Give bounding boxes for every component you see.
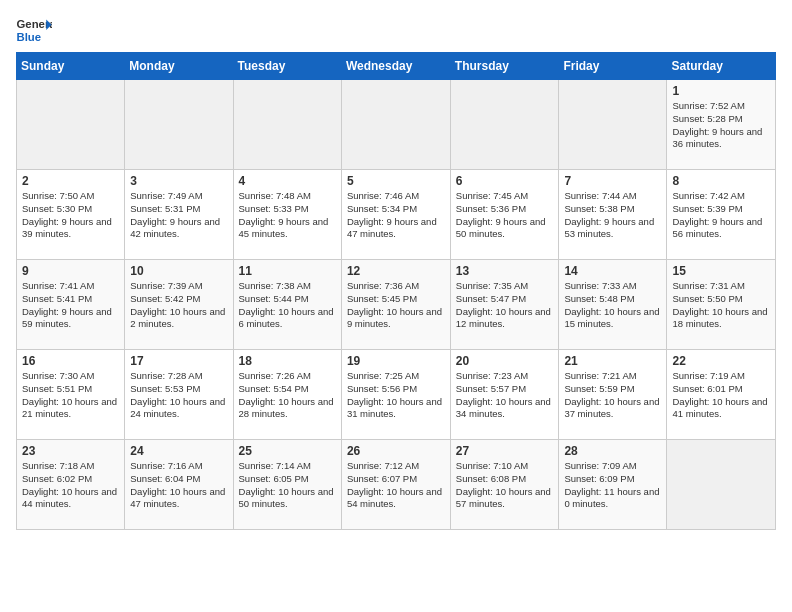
day-info: Sunrise: 7:33 AM Sunset: 5:48 PM Dayligh… — [564, 280, 661, 331]
day-number: 24 — [130, 444, 227, 458]
day-number: 13 — [456, 264, 554, 278]
day-number: 7 — [564, 174, 661, 188]
calendar-week-row: 1Sunrise: 7:52 AM Sunset: 5:28 PM Daylig… — [17, 80, 776, 170]
calendar-cell: 11Sunrise: 7:38 AM Sunset: 5:44 PM Dayli… — [233, 260, 341, 350]
weekday-header-row: SundayMondayTuesdayWednesdayThursdayFrid… — [17, 53, 776, 80]
weekday-header: Sunday — [17, 53, 125, 80]
calendar-cell: 9Sunrise: 7:41 AM Sunset: 5:41 PM Daylig… — [17, 260, 125, 350]
svg-text:Blue: Blue — [17, 31, 42, 43]
calendar-cell — [559, 80, 667, 170]
day-info: Sunrise: 7:42 AM Sunset: 5:39 PM Dayligh… — [672, 190, 770, 241]
calendar-cell — [17, 80, 125, 170]
day-number: 15 — [672, 264, 770, 278]
calendar-cell: 19Sunrise: 7:25 AM Sunset: 5:56 PM Dayli… — [341, 350, 450, 440]
weekday-header: Thursday — [450, 53, 559, 80]
day-info: Sunrise: 7:12 AM Sunset: 6:07 PM Dayligh… — [347, 460, 445, 511]
day-info: Sunrise: 7:38 AM Sunset: 5:44 PM Dayligh… — [239, 280, 336, 331]
day-number: 2 — [22, 174, 119, 188]
day-info: Sunrise: 7:09 AM Sunset: 6:09 PM Dayligh… — [564, 460, 661, 511]
day-info: Sunrise: 7:45 AM Sunset: 5:36 PM Dayligh… — [456, 190, 554, 241]
day-number: 25 — [239, 444, 336, 458]
calendar-week-row: 23Sunrise: 7:18 AM Sunset: 6:02 PM Dayli… — [17, 440, 776, 530]
calendar-week-row: 16Sunrise: 7:30 AM Sunset: 5:51 PM Dayli… — [17, 350, 776, 440]
calendar-cell — [667, 440, 776, 530]
day-number: 22 — [672, 354, 770, 368]
day-number: 26 — [347, 444, 445, 458]
calendar-cell: 26Sunrise: 7:12 AM Sunset: 6:07 PM Dayli… — [341, 440, 450, 530]
calendar-cell: 17Sunrise: 7:28 AM Sunset: 5:53 PM Dayli… — [125, 350, 233, 440]
day-number: 6 — [456, 174, 554, 188]
calendar-week-row: 9Sunrise: 7:41 AM Sunset: 5:41 PM Daylig… — [17, 260, 776, 350]
day-info: Sunrise: 7:18 AM Sunset: 6:02 PM Dayligh… — [22, 460, 119, 511]
day-number: 21 — [564, 354, 661, 368]
day-number: 5 — [347, 174, 445, 188]
day-number: 18 — [239, 354, 336, 368]
calendar-cell: 2Sunrise: 7:50 AM Sunset: 5:30 PM Daylig… — [17, 170, 125, 260]
calendar-cell: 25Sunrise: 7:14 AM Sunset: 6:05 PM Dayli… — [233, 440, 341, 530]
day-info: Sunrise: 7:49 AM Sunset: 5:31 PM Dayligh… — [130, 190, 227, 241]
calendar-cell: 22Sunrise: 7:19 AM Sunset: 6:01 PM Dayli… — [667, 350, 776, 440]
calendar-cell: 20Sunrise: 7:23 AM Sunset: 5:57 PM Dayli… — [450, 350, 559, 440]
page-header: General Blue — [16, 16, 776, 44]
calendar-cell: 28Sunrise: 7:09 AM Sunset: 6:09 PM Dayli… — [559, 440, 667, 530]
calendar-cell: 24Sunrise: 7:16 AM Sunset: 6:04 PM Dayli… — [125, 440, 233, 530]
calendar-cell — [341, 80, 450, 170]
day-number: 28 — [564, 444, 661, 458]
calendar-cell: 6Sunrise: 7:45 AM Sunset: 5:36 PM Daylig… — [450, 170, 559, 260]
day-number: 20 — [456, 354, 554, 368]
day-info: Sunrise: 7:36 AM Sunset: 5:45 PM Dayligh… — [347, 280, 445, 331]
day-info: Sunrise: 7:39 AM Sunset: 5:42 PM Dayligh… — [130, 280, 227, 331]
calendar-cell: 14Sunrise: 7:33 AM Sunset: 5:48 PM Dayli… — [559, 260, 667, 350]
day-info: Sunrise: 7:44 AM Sunset: 5:38 PM Dayligh… — [564, 190, 661, 241]
weekday-header: Friday — [559, 53, 667, 80]
day-info: Sunrise: 7:21 AM Sunset: 5:59 PM Dayligh… — [564, 370, 661, 421]
day-info: Sunrise: 7:41 AM Sunset: 5:41 PM Dayligh… — [22, 280, 119, 331]
calendar-cell: 12Sunrise: 7:36 AM Sunset: 5:45 PM Dayli… — [341, 260, 450, 350]
calendar-cell: 4Sunrise: 7:48 AM Sunset: 5:33 PM Daylig… — [233, 170, 341, 260]
calendar-table: SundayMondayTuesdayWednesdayThursdayFrid… — [16, 52, 776, 530]
day-number: 4 — [239, 174, 336, 188]
day-info: Sunrise: 7:28 AM Sunset: 5:53 PM Dayligh… — [130, 370, 227, 421]
day-info: Sunrise: 7:19 AM Sunset: 6:01 PM Dayligh… — [672, 370, 770, 421]
calendar-cell: 7Sunrise: 7:44 AM Sunset: 5:38 PM Daylig… — [559, 170, 667, 260]
weekday-header: Monday — [125, 53, 233, 80]
calendar-cell: 5Sunrise: 7:46 AM Sunset: 5:34 PM Daylig… — [341, 170, 450, 260]
calendar-week-row: 2Sunrise: 7:50 AM Sunset: 5:30 PM Daylig… — [17, 170, 776, 260]
day-info: Sunrise: 7:23 AM Sunset: 5:57 PM Dayligh… — [456, 370, 554, 421]
day-info: Sunrise: 7:52 AM Sunset: 5:28 PM Dayligh… — [672, 100, 770, 151]
calendar-cell — [233, 80, 341, 170]
calendar-cell: 16Sunrise: 7:30 AM Sunset: 5:51 PM Dayli… — [17, 350, 125, 440]
day-number: 23 — [22, 444, 119, 458]
weekday-header: Wednesday — [341, 53, 450, 80]
day-info: Sunrise: 7:14 AM Sunset: 6:05 PM Dayligh… — [239, 460, 336, 511]
calendar-cell: 13Sunrise: 7:35 AM Sunset: 5:47 PM Dayli… — [450, 260, 559, 350]
day-info: Sunrise: 7:10 AM Sunset: 6:08 PM Dayligh… — [456, 460, 554, 511]
day-number: 1 — [672, 84, 770, 98]
calendar-cell: 8Sunrise: 7:42 AM Sunset: 5:39 PM Daylig… — [667, 170, 776, 260]
day-number: 9 — [22, 264, 119, 278]
day-info: Sunrise: 7:35 AM Sunset: 5:47 PM Dayligh… — [456, 280, 554, 331]
weekday-header: Tuesday — [233, 53, 341, 80]
calendar-cell: 10Sunrise: 7:39 AM Sunset: 5:42 PM Dayli… — [125, 260, 233, 350]
calendar-cell: 27Sunrise: 7:10 AM Sunset: 6:08 PM Dayli… — [450, 440, 559, 530]
logo-icon: General Blue — [16, 16, 52, 44]
day-info: Sunrise: 7:16 AM Sunset: 6:04 PM Dayligh… — [130, 460, 227, 511]
day-info: Sunrise: 7:48 AM Sunset: 5:33 PM Dayligh… — [239, 190, 336, 241]
calendar-cell: 1Sunrise: 7:52 AM Sunset: 5:28 PM Daylig… — [667, 80, 776, 170]
day-info: Sunrise: 7:31 AM Sunset: 5:50 PM Dayligh… — [672, 280, 770, 331]
day-number: 27 — [456, 444, 554, 458]
day-number: 16 — [22, 354, 119, 368]
day-info: Sunrise: 7:30 AM Sunset: 5:51 PM Dayligh… — [22, 370, 119, 421]
calendar-cell: 23Sunrise: 7:18 AM Sunset: 6:02 PM Dayli… — [17, 440, 125, 530]
day-info: Sunrise: 7:25 AM Sunset: 5:56 PM Dayligh… — [347, 370, 445, 421]
weekday-header: Saturday — [667, 53, 776, 80]
day-info: Sunrise: 7:46 AM Sunset: 5:34 PM Dayligh… — [347, 190, 445, 241]
day-info: Sunrise: 7:50 AM Sunset: 5:30 PM Dayligh… — [22, 190, 119, 241]
calendar-cell: 15Sunrise: 7:31 AM Sunset: 5:50 PM Dayli… — [667, 260, 776, 350]
day-number: 8 — [672, 174, 770, 188]
day-number: 14 — [564, 264, 661, 278]
day-number: 10 — [130, 264, 227, 278]
logo: General Blue — [16, 16, 52, 44]
day-number: 3 — [130, 174, 227, 188]
calendar-cell: 18Sunrise: 7:26 AM Sunset: 5:54 PM Dayli… — [233, 350, 341, 440]
